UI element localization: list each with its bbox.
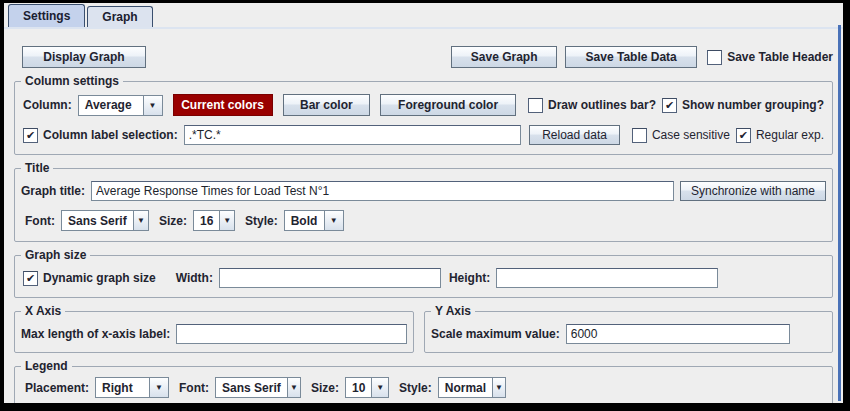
scale-maximum-value-label: Scale maximum value: [431,327,560,341]
legend-style-value: Normal [439,378,492,397]
right-accent-line [838,25,841,401]
column-settings-title: Column settings [21,74,123,89]
chevron-down-icon[interactable]: ▼ [492,378,505,397]
app-window: Settings Graph Display Graph Save Graph … [0,0,850,411]
placement-select[interactable]: Right ▼ [95,377,169,398]
max-length-x-axis-input[interactable] [176,324,407,344]
graph-title-input[interactable] [91,181,674,201]
y-axis-group: Y Axis Scale maximum value: [424,311,833,353]
title-font-select[interactable]: Sans Serif ▼ [61,210,149,231]
draw-outlines-checkbox[interactable]: Draw outlines bar? [528,98,656,113]
number-grouping-label: Show number grouping? [682,98,824,112]
legend-font-select[interactable]: Sans Serif ▼ [215,377,301,398]
settings-content: Display Graph Save Graph Save Table Data… [4,46,843,403]
title-style-value: Bold [285,211,324,230]
chevron-down-icon[interactable]: ▼ [149,378,168,397]
dynamic-graph-size-checkbox[interactable]: ✔ Dynamic graph size [23,271,156,286]
height-input[interactable] [496,268,718,288]
title-font-value: Sans Serif [62,211,133,230]
chevron-down-icon[interactable]: ▼ [133,211,148,230]
legend-group: Legend Placement: Right ▼ Font: Sans Ser… [14,366,833,403]
display-graph-button[interactable]: Display Graph [22,46,146,68]
column-select[interactable]: Average ▼ [78,95,163,116]
foreground-color-button[interactable]: Foreground color [380,94,516,116]
draw-outlines-label: Draw outlines bar? [548,98,656,112]
width-label: Width: [176,271,213,285]
settings-panel: Settings Graph Display Graph Save Graph … [4,3,843,403]
chevron-down-icon[interactable]: ▼ [287,378,300,397]
x-axis-title: X Axis [21,304,65,319]
regular-exp-label: Regular exp. [756,128,824,142]
x-axis-group: X Axis Max length of x-axis label: [14,311,414,353]
chevron-down-icon[interactable]: ▼ [371,378,388,397]
tab-bar: Settings Graph [4,3,843,29]
checkbox-icon [632,128,647,143]
checkbox-icon [528,98,543,113]
checkbox-icon: ✔ [662,98,677,113]
title-size-select[interactable]: 16 ▼ [193,210,235,231]
checkbox-icon: ✔ [736,128,751,143]
title-font-label: Font: [25,214,55,228]
scale-maximum-value-input[interactable] [566,324,790,344]
toolbar: Display Graph Save Graph Save Table Data… [14,46,833,68]
chevron-down-icon[interactable]: ▼ [324,211,343,230]
tab-settings[interactable]: Settings [8,4,85,27]
column-select-value: Average [79,96,143,115]
legend-title: Legend [21,359,72,374]
checkbox-icon: ✔ [23,271,38,286]
synchronize-with-name-button[interactable]: Synchronize with name [680,181,826,201]
legend-font-label: Font: [179,381,209,395]
legend-style-select[interactable]: Normal ▼ [438,377,506,398]
height-label: Height: [449,271,490,285]
case-sensitive-checkbox[interactable]: Case sensitive [632,128,730,143]
title-size-value: 16 [194,211,219,230]
reload-data-button[interactable]: Reload data [529,125,620,145]
graph-title-label: Graph title: [21,184,85,198]
max-length-x-axis-label: Max length of x-axis label: [21,327,170,341]
legend-size-label: Size: [311,381,339,395]
save-graph-button[interactable]: Save Graph [451,46,557,68]
checkbox-icon: ✔ [23,128,38,143]
bar-color-button[interactable]: Bar color [283,94,371,116]
graph-size-title: Graph size [21,248,90,263]
regular-exp-checkbox[interactable]: ✔ Regular exp. [736,128,824,143]
tab-graph[interactable]: Graph [87,6,152,27]
y-axis-title: Y Axis [431,304,475,319]
title-size-label: Size: [159,214,187,228]
title-group: Title Graph title: Synchronize with name… [14,168,833,242]
save-table-data-button[interactable]: Save Table Data [565,46,697,68]
current-colors-button[interactable]: Current colors [173,94,273,116]
chevron-down-icon[interactable]: ▼ [219,211,234,230]
number-grouping-checkbox[interactable]: ✔ Show number grouping? [662,98,824,113]
checkbox-icon [707,50,722,65]
save-table-header-checkbox[interactable]: Save Table Header [707,50,833,65]
column-settings-group: Column settings Column: Average ▼ Curren… [14,81,833,155]
chevron-down-icon[interactable]: ▼ [143,96,162,115]
placement-label: Placement: [25,381,89,395]
column-label-selection-checkbox[interactable]: ✔ Column label selection: [23,128,178,143]
title-group-title: Title [21,161,53,176]
graph-size-group: Graph size ✔ Dynamic graph size Width: H… [14,255,833,298]
axes-row: X Axis Max length of x-axis label: Y Axi… [12,298,835,353]
column-label: Column: [23,98,72,112]
dynamic-graph-size-label: Dynamic graph size [43,271,156,285]
column-label-selection-input[interactable] [184,125,521,145]
legend-style-label: Style: [399,381,432,395]
case-sensitive-label: Case sensitive [652,128,730,142]
column-label-selection-label: Column label selection: [43,128,178,142]
save-table-header-label: Save Table Header [727,50,833,64]
width-input[interactable] [219,268,441,288]
placement-value: Right [96,378,149,397]
legend-size-select[interactable]: 10 ▼ [345,377,389,398]
legend-size-value: 10 [346,378,371,397]
title-style-select[interactable]: Bold ▼ [284,210,344,231]
legend-font-value: Sans Serif [216,378,287,397]
title-style-label: Style: [245,214,278,228]
